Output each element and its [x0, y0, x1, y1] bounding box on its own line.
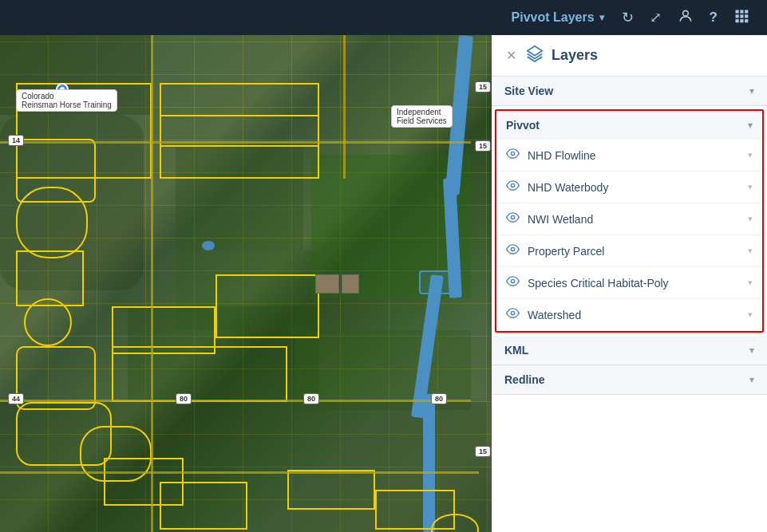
chevron-down-icon: ▾ [748, 120, 753, 131]
road-vertical [151, 35, 153, 532]
layer-nwi-wetland-name: NWI Wetland [528, 213, 748, 226]
section-pivvot: Pivvot ▾ NHD Flowline ▾ [495, 109, 764, 333]
layer-nhd-waterbody[interactable]: NHD Waterbody ▾ [496, 171, 762, 203]
user-button[interactable] [673, 5, 698, 31]
road-horizontal [0, 141, 471, 144]
svg-rect-4 [736, 14, 739, 18]
location-label-text: ColoradoReinsman Horse Training [16, 89, 117, 112]
chevron-right-icon: ▾ [748, 278, 753, 288]
chevron-right-icon: ▾ [748, 182, 753, 192]
grid-button[interactable] [729, 5, 754, 31]
road-badge-80a: 80 [176, 393, 192, 404]
layer-watershed-name: Watershed [528, 309, 748, 321]
svg-rect-9 [745, 19, 748, 22]
help-button[interactable]: ? [705, 6, 722, 29]
chevron-down-icon: ▾ [749, 374, 754, 385]
road-horizontal [0, 400, 471, 402]
svg-rect-2 [740, 10, 743, 13]
section-pivvot-label: Pivvot [506, 119, 540, 132]
layer-watershed[interactable]: Watershed ▾ [496, 299, 762, 331]
refresh-button[interactable]: ↻ [617, 6, 639, 30]
layer-species-habitat-name: Species Critical Habitat-Poly [528, 277, 748, 290]
expand-button[interactable]: ⤢ [645, 6, 666, 30]
svg-rect-8 [740, 19, 743, 22]
road-badge-80c: 80 [431, 393, 447, 404]
boundary-parcel [287, 470, 375, 510]
svg-point-16 [511, 311, 514, 314]
boundary-parcel [160, 482, 247, 530]
help-icon: ? [710, 10, 718, 26]
grid-icon [733, 8, 749, 28]
field-services-label: IndependentField Services [391, 105, 453, 128]
section-redline-label: Redline [504, 373, 545, 386]
section-redline[interactable]: Redline ▾ [492, 365, 767, 395]
pond [202, 241, 215, 250]
svg-point-13 [511, 215, 514, 219]
boundary-parcel [24, 298, 72, 346]
road-badge-14: 14 [8, 135, 24, 146]
boundary-parcel [160, 115, 319, 179]
chevron-right-icon: ▾ [748, 150, 753, 160]
layers-panel-icon [526, 45, 544, 66]
layer-nhd-flowline-name: NHD Flowline [528, 149, 748, 162]
eye-icon [506, 179, 520, 195]
boundary-parcel [215, 274, 319, 338]
svg-point-11 [511, 152, 514, 155]
panel-header: ✕ Layers [492, 35, 767, 77]
road-badge-80b: 80 [303, 393, 319, 404]
chevron-right-icon: ▾ [748, 214, 753, 224]
chevron-down-icon: ▾ [599, 12, 604, 23]
section-site-view-label: Site View [504, 85, 553, 97]
svg-rect-7 [736, 19, 739, 22]
eye-icon [506, 274, 520, 291]
eye-icon [506, 242, 520, 259]
layer-nwi-wetland[interactable]: NWI Wetland ▾ [496, 203, 762, 235]
section-pivvot-header[interactable]: Pivvot ▾ [496, 111, 762, 140]
pivvot-layers-label: Pivvot Layers [512, 10, 595, 25]
section-site-view[interactable]: Site View ▾ [492, 77, 767, 106]
refresh-icon: ↻ [622, 9, 634, 26]
panel-title: Layers [552, 47, 598, 64]
panel-body: Site View ▾ Pivvot ▾ NHD Flowline ▾ [492, 77, 767, 532]
road-horizontal [0, 471, 479, 474]
layer-property-parcel-name: Property Parcel [528, 245, 748, 258]
expand-icon: ⤢ [650, 9, 662, 26]
svg-point-0 [682, 10, 688, 16]
road-badge-15a: 15 [475, 81, 491, 93]
layer-species-habitat[interactable]: Species Critical Habitat-Poly ▾ [496, 267, 762, 299]
app-header: Pivvot Layers ▾ ↻ ⤢ ? [0, 0, 767, 35]
eye-icon [506, 306, 520, 323]
svg-rect-1 [736, 10, 739, 13]
panel-close-button[interactable]: ✕ [504, 48, 518, 64]
svg-point-12 [511, 183, 514, 187]
svg-rect-5 [740, 14, 743, 18]
boundary-parcel [112, 346, 287, 402]
user-icon [678, 8, 694, 28]
svg-point-14 [511, 247, 514, 250]
svg-rect-6 [745, 14, 748, 18]
layer-property-parcel[interactable]: Property Parcel ▾ [496, 235, 762, 267]
pivvot-layers-button[interactable]: Pivvot Layers ▾ [505, 7, 611, 28]
layer-nhd-waterbody-name: NHD Waterbody [528, 181, 748, 194]
eye-icon [506, 147, 520, 164]
road-badge-44: 44 [8, 393, 24, 404]
layer-nhd-flowline[interactable]: NHD Flowline ▾ [496, 140, 762, 171]
road-vertical [343, 35, 346, 179]
road-badge-15c: 15 [475, 446, 491, 457]
chevron-down-icon: ▾ [749, 85, 754, 97]
highlighted-area [419, 270, 459, 294]
layers-panel: ✕ Layers Site View ▾ Pivvot ▾ [492, 35, 767, 532]
svg-point-15 [511, 279, 514, 282]
section-kml[interactable]: KML ▾ [492, 336, 767, 365]
chevron-right-icon: ▾ [748, 246, 753, 256]
boundary-parcel [16, 187, 88, 258]
section-kml-label: KML [504, 344, 528, 357]
svg-rect-3 [745, 10, 748, 13]
chevron-down-icon: ▾ [749, 345, 754, 356]
building [342, 274, 359, 294]
header-actions: Pivvot Layers ▾ ↻ ⤢ ? [505, 5, 754, 31]
chevron-right-icon: ▾ [748, 309, 753, 320]
road-badge-15b: 15 [475, 140, 491, 152]
svg-marker-10 [528, 46, 542, 56]
close-icon: ✕ [506, 49, 516, 62]
